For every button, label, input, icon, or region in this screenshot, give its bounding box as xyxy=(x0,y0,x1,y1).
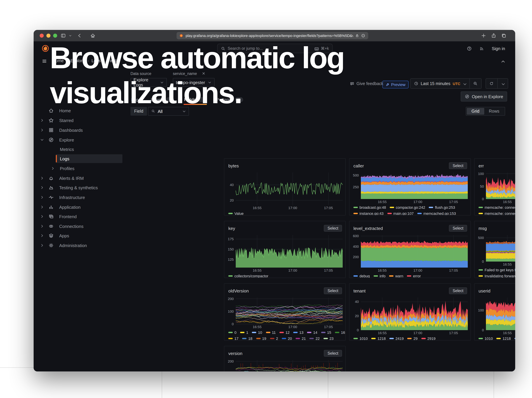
give-feedback-link[interactable]: Give feedback xyxy=(350,81,383,86)
sidebar-item-testing-synthetics[interactable]: Testing & synthetics xyxy=(34,183,127,192)
legend-item[interactable]: 10 xyxy=(252,330,262,335)
legend-item[interactable]: 2419 xyxy=(514,336,515,341)
sidebar-item-application[interactable]: Application xyxy=(34,203,127,211)
legend-item[interactable]: 13 xyxy=(293,330,304,335)
sign-in-link[interactable]: Sign in xyxy=(492,46,505,51)
legend-item[interactable]: 2419 xyxy=(389,336,404,341)
svg-text:100: 100 xyxy=(228,309,234,313)
tab-overview-caret-icon[interactable] xyxy=(69,33,72,38)
refresh-interval-dropdown[interactable] xyxy=(498,79,508,88)
sidebar-item-metrics[interactable]: Metrics xyxy=(34,145,127,154)
legend-item[interactable]: 12 xyxy=(279,330,290,335)
grafana-logo[interactable] xyxy=(42,45,49,52)
sidebar-item-label: Alerts & IRM xyxy=(59,176,84,181)
panel-title: version xyxy=(228,351,242,356)
legend-item[interactable]: 29 xyxy=(407,336,418,341)
legend-item[interactable]: 15 xyxy=(321,330,331,335)
zoom-out-button[interactable] xyxy=(470,79,481,88)
legend-item[interactable]: 0 xyxy=(228,330,236,335)
legend-item[interactable]: 17 xyxy=(228,336,239,341)
legend-item[interactable]: 1 xyxy=(240,330,248,335)
legend-item[interactable]: error xyxy=(407,274,421,278)
sidebar-item-administration[interactable]: Administration xyxy=(34,241,127,250)
rings-icon xyxy=(48,224,54,229)
legend-item[interactable]: Failed to get keys from memcached xyxy=(479,268,515,272)
select-button[interactable]: Select xyxy=(449,225,467,232)
timezone-label: UTC xyxy=(453,81,460,86)
legend-item[interactable]: 14 xyxy=(307,330,317,335)
sidebar-toggle-icon[interactable] xyxy=(61,33,66,38)
legend-item[interactable]: 2 xyxy=(270,336,278,341)
back-icon[interactable] xyxy=(77,33,82,38)
legend-item[interactable]: collectors/compactor xyxy=(228,274,268,278)
panel-bytes: bytes204016:5517:0017:05Value xyxy=(224,158,346,216)
legend-item[interactable]: 1218 xyxy=(496,336,511,341)
rows-view-button[interactable]: Rows xyxy=(484,108,504,115)
legend-item[interactable]: 1010 xyxy=(479,336,493,341)
legend-item[interactable]: 1010 xyxy=(354,336,368,341)
close-window-button[interactable] xyxy=(40,34,44,38)
home-chrome-icon[interactable] xyxy=(90,33,95,38)
share-icon[interactable] xyxy=(491,33,496,38)
sidebar-item-apps[interactable]: Apps xyxy=(34,231,127,240)
legend-item[interactable]: flush.go:253 xyxy=(429,205,455,209)
legend-item[interactable]: 21 xyxy=(296,336,306,341)
legend-item[interactable]: main.go:107 xyxy=(387,211,414,216)
legend-item[interactable]: 2919 xyxy=(421,336,436,341)
sidebar-item-explore[interactable]: Explore xyxy=(34,136,127,144)
legend-item[interactable]: 22 xyxy=(310,336,320,341)
grid-view-button[interactable]: Grid xyxy=(467,108,484,115)
legend-item[interactable]: 19 xyxy=(256,336,266,341)
new-tab-icon[interactable] xyxy=(481,33,486,38)
select-button[interactable]: Select xyxy=(324,350,342,357)
svg-text:150: 150 xyxy=(228,247,234,251)
legend-item[interactable]: 23 xyxy=(323,336,334,341)
time-range-picker[interactable]: Last 15 minutes UTC xyxy=(411,79,469,88)
legend-item[interactable]: 20 xyxy=(282,336,292,341)
sidebar-item-starred[interactable]: Starred xyxy=(34,116,127,125)
sidebar-item-frontend[interactable]: Frontend xyxy=(34,212,127,221)
collapse-header-icon[interactable] xyxy=(500,59,506,64)
tabs-copy-icon[interactable] xyxy=(501,33,507,38)
select-button[interactable]: Select xyxy=(324,287,342,294)
zoom-window-button[interactable] xyxy=(53,34,57,38)
sidebar-item-label: Explore xyxy=(59,137,74,142)
legend-item[interactable]: Invalidating forwarded broadcast xyxy=(479,274,515,278)
legend-item[interactable]: 1218 xyxy=(371,336,386,341)
legend-item[interactable]: compactor.go:242 xyxy=(390,205,425,209)
sidebar-item-dashboards[interactable]: Dashboards xyxy=(34,126,127,134)
svg-text:16:55: 16:55 xyxy=(503,262,512,266)
panel-title: msg xyxy=(479,226,487,231)
legend-item[interactable]: 18 xyxy=(242,336,253,341)
menu-icon[interactable] xyxy=(42,58,47,64)
preview-badge[interactable]: Preview xyxy=(382,81,408,88)
legend-item[interactable]: 11 xyxy=(266,330,276,335)
panel-legend: Value xyxy=(224,211,345,216)
help-icon[interactable] xyxy=(467,46,472,51)
select-button[interactable]: Select xyxy=(449,287,467,294)
news-icon[interactable] xyxy=(479,46,484,51)
legend-item[interactable]: 16 xyxy=(335,330,345,335)
legend-item[interactable]: instance.go:43 xyxy=(354,211,384,216)
select-button[interactable]: Select xyxy=(324,225,342,232)
more-options-icon[interactable] xyxy=(361,33,366,38)
address-bar[interactable]: play.grafana.org/a/grafana-lokiexplore-a… xyxy=(177,32,368,39)
sidebar-item-connections[interactable]: Connections xyxy=(34,222,127,230)
legend-item[interactable]: broadcast.go:48 xyxy=(354,205,386,209)
sidebar-item-profiles[interactable]: Profiles xyxy=(34,164,127,173)
select-button[interactable]: Select xyxy=(449,162,467,169)
legend-item[interactable]: memcache: connect timeout to 174.213.22.… xyxy=(479,211,515,216)
legend-item[interactable]: memcached.go:153 xyxy=(417,211,456,216)
svg-text:200: 200 xyxy=(353,255,359,259)
legend-item[interactable]: debug xyxy=(354,274,370,278)
legend-item[interactable]: warn xyxy=(389,274,403,278)
refresh-button[interactable] xyxy=(486,79,497,88)
minimize-window-button[interactable] xyxy=(46,34,51,38)
legend-item[interactable]: Value xyxy=(228,211,244,216)
sidebar-item-alerts-irm[interactable]: Alerts & IRM xyxy=(34,174,127,182)
legend-item[interactable]: info xyxy=(374,274,386,278)
sidebar-item-logs[interactable]: Logs xyxy=(34,154,127,163)
legend-item[interactable]: memcache: connect timeout to 162.134.158… xyxy=(479,205,515,209)
sidebar-item-infrastructure[interactable]: Infrastructure xyxy=(34,193,127,202)
open-in-explore-button[interactable]: Open in Explore xyxy=(461,91,507,101)
